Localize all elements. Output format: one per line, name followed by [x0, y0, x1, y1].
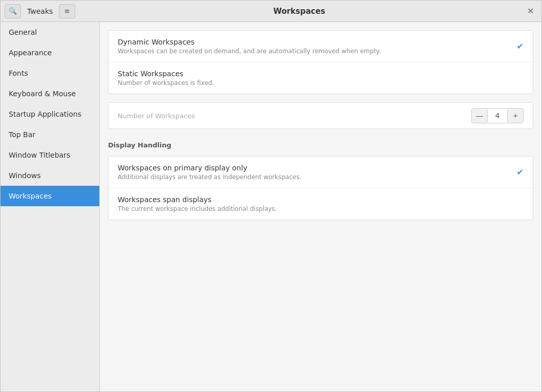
workspace-type-text: Static Workspaces Number of workspaces i… [118, 70, 524, 86]
display-option-text: Workspaces span displays The current wor… [118, 195, 524, 212]
display-option-text: Workspaces on primary display only Addit… [118, 164, 511, 181]
workspace-type-text: Dynamic Workspaces Workspaces can be cre… [118, 38, 511, 55]
app-window: 🔍 Tweaks ≡ Workspaces ✕ GeneralAppearanc… [0, 0, 542, 392]
titlebar: 🔍 Tweaks ≡ Workspaces ✕ [1, 1, 541, 22]
menu-icon: ≡ [64, 7, 70, 15]
search-button[interactable]: 🔍 [5, 4, 21, 18]
workspace-type-desc: Number of workspaces is fixed. [118, 79, 524, 86]
workspace-type-card: Dynamic Workspaces Workspaces can be cre… [108, 30, 533, 94]
sidebar-item-fonts[interactable]: Fonts [1, 63, 99, 83]
display-handling-header: Display Handling [108, 137, 533, 152]
display-option-desc: Additional displays are treated as indep… [118, 173, 511, 181]
display-option-title: Workspaces span displays [118, 195, 524, 204]
window-title: Workspaces [75, 7, 523, 16]
sidebar-item-workspaces[interactable]: Workspaces [1, 186, 99, 206]
workspace-type-title: Static Workspaces [118, 70, 524, 78]
number-of-workspaces-row: Number of Workspaces — 4 + [108, 102, 533, 129]
main-content: GeneralAppearanceFontsKeyboard & MouseSt… [1, 22, 541, 391]
search-icon: 🔍 [9, 7, 17, 15]
display-option-row-primary-only[interactable]: Workspaces on primary display only Addit… [109, 157, 533, 188]
display-handling-card: Workspaces on primary display only Addit… [108, 156, 533, 220]
sidebar-item-keyboard-mouse[interactable]: Keyboard & Mouse [1, 83, 99, 104]
menu-button[interactable]: ≡ [59, 4, 75, 18]
increment-button[interactable]: + [508, 108, 523, 123]
workspace-type-row-static[interactable]: Static Workspaces Number of workspaces i… [109, 62, 533, 94]
sidebar-item-window-titlebars[interactable]: Window Titlebars [1, 145, 99, 165]
workspace-count: 4 [487, 110, 508, 122]
app-name: Tweaks [23, 7, 57, 15]
sidebar-item-general[interactable]: General [1, 22, 99, 42]
display-option-title: Workspaces on primary display only [118, 164, 511, 172]
sidebar-item-startup-applications[interactable]: Startup Applications [1, 104, 99, 124]
number-control: — 4 + [471, 108, 524, 123]
sidebar-item-appearance[interactable]: Appearance [1, 42, 99, 63]
workspace-type-desc: Workspaces can be created on demand, and… [118, 48, 511, 55]
workspace-type-row-dynamic[interactable]: Dynamic Workspaces Workspaces can be cre… [109, 31, 533, 62]
close-button[interactable]: ✕ [523, 4, 537, 18]
sidebar-item-top-bar[interactable]: Top Bar [1, 124, 99, 145]
check-icon: ✔ [517, 41, 524, 51]
titlebar-left: 🔍 Tweaks ≡ [5, 4, 75, 18]
check-icon: ✔ [517, 167, 524, 177]
display-option-desc: The current workspace includes additiona… [118, 205, 524, 212]
sidebar-item-windows[interactable]: Windows [1, 165, 99, 186]
workspace-type-title: Dynamic Workspaces [118, 38, 511, 46]
panel: Dynamic Workspaces Workspaces can be cre… [100, 22, 541, 391]
decrement-button[interactable]: — [472, 108, 487, 123]
display-option-row-span-displays[interactable]: Workspaces span displays The current wor… [109, 188, 533, 220]
number-of-workspaces-label: Number of Workspaces [118, 112, 471, 120]
sidebar: GeneralAppearanceFontsKeyboard & MouseSt… [1, 22, 100, 391]
